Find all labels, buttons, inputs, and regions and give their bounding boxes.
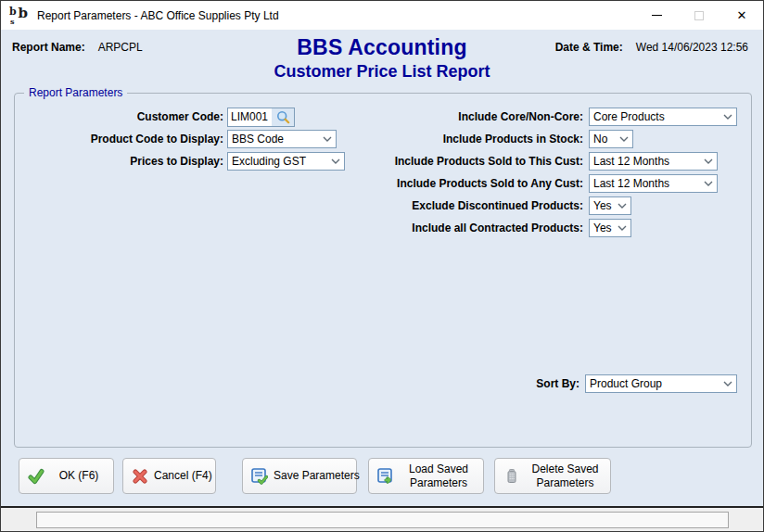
product-code-display-combo[interactable]: BBS Code xyxy=(227,130,337,148)
save-disk-icon xyxy=(251,468,268,485)
chevron-down-icon xyxy=(331,158,340,164)
combo-value: No xyxy=(593,133,619,146)
sold-this-cust-combo[interactable]: Last 12 Months xyxy=(589,152,718,171)
combo-value: Excluding GST xyxy=(232,155,331,168)
trash-icon xyxy=(503,468,520,485)
include-contracted-combo[interactable]: Yes xyxy=(589,219,631,237)
exclude-discontinued-combo[interactable]: Yes xyxy=(589,196,631,215)
datetime-label: Date & Time: xyxy=(555,41,623,54)
report-parameters-window: b s b Report Parameters - ABC Office Sup… xyxy=(0,0,764,532)
chevron-down-icon xyxy=(723,381,732,386)
chevron-down-icon xyxy=(618,203,627,209)
cross-icon xyxy=(132,468,148,485)
load-disk-icon xyxy=(377,468,394,485)
load-saved-parameters-button[interactable]: Load Saved Parameters xyxy=(368,458,484,494)
sold-any-cust-label: Include Products Sold to Any Cust: xyxy=(363,174,583,193)
datetime-value: Wed 14/06/2023 12:56 xyxy=(636,41,748,54)
status-message-box xyxy=(36,512,729,528)
save-parameters-label: Save Parameters xyxy=(274,469,360,482)
combo-value: Last 12 Months xyxy=(593,155,704,168)
load-saved-parameters-label: Load Saved Parameters xyxy=(400,462,478,489)
chevron-down-icon xyxy=(723,114,732,120)
combo-value: Yes xyxy=(593,222,618,234)
sort-by-combo[interactable]: Product Group xyxy=(585,374,737,393)
delete-saved-parameters-label: Delete Saved Parameters xyxy=(526,462,605,489)
include-core-label: Include Core/Non-Core: xyxy=(363,108,583,126)
combo-value: Core Products xyxy=(593,110,723,123)
maximize-button[interactable] xyxy=(678,1,720,30)
logo-letter: b xyxy=(19,6,29,20)
include-core-combo[interactable]: Core Products xyxy=(589,108,737,126)
close-icon: ✕ xyxy=(737,9,747,21)
chevron-down-icon xyxy=(323,136,332,142)
chevron-down-icon xyxy=(619,136,629,142)
cancel-button[interactable]: Cancel (F4) xyxy=(122,458,216,494)
customer-code-label: Customer Code: xyxy=(10,108,223,126)
minimize-icon xyxy=(652,15,662,16)
window-title: Report Parameters - ABC Office Supplies … xyxy=(37,9,279,22)
prices-display-combo[interactable]: Excluding GST xyxy=(227,152,345,171)
close-button[interactable]: ✕ xyxy=(720,1,763,30)
logo-letter: s xyxy=(10,18,15,25)
delete-saved-parameters-button[interactable]: Delete Saved Parameters xyxy=(494,458,611,494)
sold-this-cust-label: Include Products Sold to This Cust: xyxy=(363,152,583,171)
status-bar xyxy=(1,508,763,532)
window-controls: ✕ xyxy=(635,1,763,30)
cancel-button-label: Cancel (F4) xyxy=(154,469,212,482)
include-contracted-label: Include all Contracted Products: xyxy=(363,219,583,237)
customer-lookup-button[interactable] xyxy=(272,108,294,126)
magnifier-icon xyxy=(276,110,290,124)
check-icon xyxy=(28,468,45,485)
products-in-stock-combo[interactable]: No xyxy=(589,130,633,148)
customer-code-value: LIM001 xyxy=(228,108,272,126)
combo-value: Last 12 Months xyxy=(593,177,704,190)
exclude-discontinued-label: Exclude Discontinued Products: xyxy=(363,196,583,215)
products-in-stock-label: Include Products in Stock: xyxy=(363,130,583,148)
maximize-icon xyxy=(694,11,704,20)
minimize-button[interactable] xyxy=(635,1,678,30)
prices-display-label: Prices to Display: xyxy=(10,152,223,171)
page-title: Customer Price List Report xyxy=(1,62,763,82)
sort-by-label: Sort By: xyxy=(400,374,579,393)
customer-code-field[interactable]: LIM001 xyxy=(227,108,295,127)
ok-button[interactable]: OK (F6) xyxy=(19,458,114,494)
ok-button-label: OK (F6) xyxy=(50,469,108,482)
sold-any-cust-combo[interactable]: Last 12 Months xyxy=(589,174,718,193)
chevron-down-icon xyxy=(704,181,713,186)
logo-letter: b xyxy=(9,6,17,17)
chevron-down-icon xyxy=(704,158,713,164)
bbs-app-icon: b s b xyxy=(9,6,30,25)
combo-value: Product Group xyxy=(590,377,723,390)
combo-value: Yes xyxy=(593,199,618,212)
combo-value: BBS Code xyxy=(232,133,323,146)
groupbox-label: Report Parameters xyxy=(24,86,127,100)
chevron-down-icon xyxy=(618,225,627,231)
title-bar: b s b Report Parameters - ABC Office Sup… xyxy=(1,1,763,30)
product-code-display-label: Product Code to Display: xyxy=(10,130,223,148)
save-parameters-button[interactable]: Save Parameters xyxy=(242,458,357,494)
datetime-row: Date & Time: Wed 14/06/2023 12:56 xyxy=(555,41,748,54)
